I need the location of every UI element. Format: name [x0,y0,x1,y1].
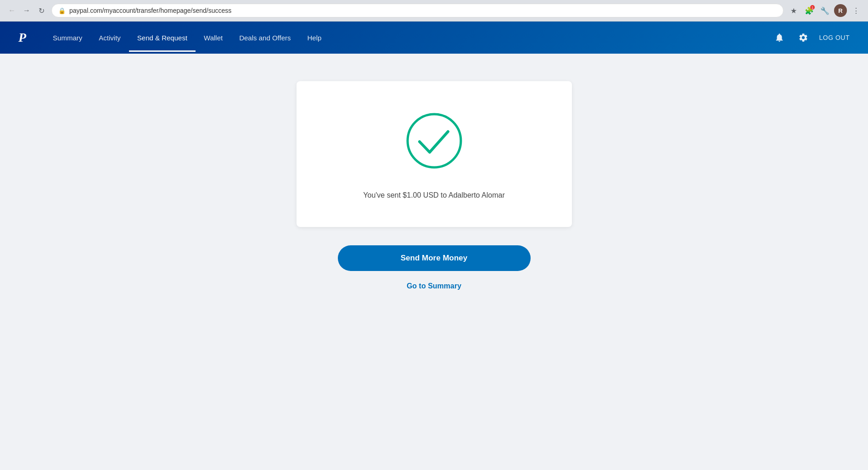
browser-actions: ★ 🧩 1 🔧 R ⋮ [787,4,862,17]
lock-icon: 🔒 [58,7,66,14]
nav-link-deals[interactable]: Deals and Offers [231,24,299,52]
star-button[interactable]: ★ [787,4,800,17]
send-more-money-button[interactable]: Send More Money [338,245,531,271]
success-checkmark-icon [402,109,466,173]
success-message: You've sent $1.00 USD to Adalberto Aloma… [363,191,504,199]
nav-link-activity[interactable]: Activity [90,24,129,52]
notifications-button[interactable] [771,29,788,46]
nav-right: LOG OUT [771,29,850,46]
nav-link-wallet[interactable]: Wallet [196,24,231,52]
nav-link-send-request[interactable]: Send & Request [129,24,196,52]
browser-chrome: ← → ↻ 🔒 paypal.com/myaccount/transfer/ho… [0,0,868,22]
back-button[interactable]: ← [6,4,18,17]
reload-button[interactable]: ↻ [35,4,48,17]
extension-badge: 1 [810,5,815,10]
puzzle-button[interactable]: 🔧 [818,4,831,17]
gear-icon [798,33,808,43]
extension-button[interactable]: 🧩 1 [803,4,816,17]
success-card: You've sent $1.00 USD to Adalberto Aloma… [297,81,572,227]
user-avatar[interactable]: R [834,4,847,17]
settings-button[interactable] [795,29,812,46]
forward-button[interactable]: → [20,4,33,17]
address-bar[interactable]: 🔒 paypal.com/myaccount/transfer/homepage… [51,4,784,17]
svg-point-0 [408,114,461,167]
bell-icon [774,33,784,43]
main-content: You've sent $1.00 USD to Adalberto Aloma… [0,54,868,470]
paypal-p-icon: P [18,30,26,45]
go-to-summary-link[interactable]: Go to Summary [407,282,461,290]
nav-link-summary[interactable]: Summary [45,24,90,52]
browser-nav-buttons: ← → ↻ [6,4,48,17]
paypal-logo[interactable]: P [18,30,26,45]
paypal-nav: P Summary Activity Send & Request Wallet… [0,22,868,54]
menu-button[interactable]: ⋮ [850,4,862,17]
url-text: paypal.com/myaccount/transfer/homepage/s… [69,7,231,14]
nav-link-help[interactable]: Help [299,24,330,52]
nav-links: Summary Activity Send & Request Wallet D… [45,24,771,52]
logout-button[interactable]: LOG OUT [819,34,850,41]
